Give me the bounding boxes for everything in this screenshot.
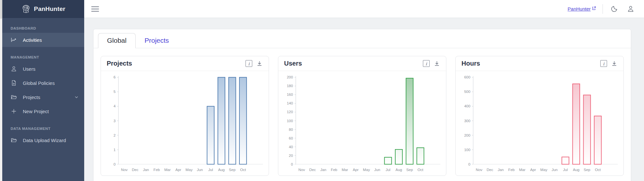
topbar-actions: PanHunter — [568, 4, 636, 14]
download-icon[interactable] — [434, 60, 440, 67]
moon-icon — [611, 5, 618, 13]
svg-text:Nov: Nov — [121, 168, 128, 172]
svg-text:Jun: Jun — [552, 168, 558, 172]
sidebar-item-activities[interactable]: Activities — [2, 33, 84, 47]
svg-text:Aug: Aug — [396, 168, 402, 172]
svg-text:80: 80 — [289, 128, 293, 131]
card-actions: i — [600, 60, 618, 67]
hours-bar-chart: 0100200300400500600NovDecJanFebMarAprMay… — [459, 73, 620, 176]
person-icon — [627, 5, 634, 13]
chart-area: 020406080100120140160180200NovDecJanFebM… — [278, 71, 446, 176]
svg-text:20: 20 — [289, 154, 293, 158]
sidebar-item-projects[interactable]: Projects — [2, 90, 84, 104]
svg-text:Jul: Jul — [208, 168, 213, 172]
svg-text:Sep: Sep — [584, 168, 590, 172]
card-actions: i — [246, 60, 263, 67]
hours-chart-card: Hours i 0100200300400500600NovDecJanFebM… — [455, 56, 624, 176]
folder-icon — [11, 94, 17, 100]
chart-area: 0123456NovDecJanFebMarAprMayJunJulAugSep… — [101, 71, 269, 176]
tab-projects[interactable]: Projects — [136, 33, 178, 48]
svg-text:300: 300 — [464, 119, 470, 123]
dashboard-panel: Global Projects Projects i — [93, 29, 631, 181]
svg-text:100: 100 — [287, 119, 293, 123]
card-title: Projects — [107, 60, 132, 67]
card-title: Hours — [461, 60, 480, 67]
info-icon[interactable]: i — [246, 60, 252, 67]
users-chart-card: Users i 020406080100120140160180200NovDe… — [278, 56, 446, 176]
svg-text:Jan: Jan — [143, 168, 149, 172]
account-button[interactable] — [626, 4, 636, 14]
svg-text:Apr: Apr — [530, 168, 536, 172]
svg-text:0: 0 — [291, 162, 293, 166]
svg-text:160: 160 — [287, 93, 293, 96]
svg-text:Aug: Aug — [573, 168, 580, 172]
svg-text:Jul: Jul — [386, 168, 390, 172]
svg-text:600: 600 — [464, 75, 470, 79]
sidebar-item-label: Activities — [23, 37, 42, 43]
svg-text:Dec: Dec — [132, 168, 139, 172]
svg-text:6: 6 — [113, 75, 115, 79]
svg-text:Oct: Oct — [417, 168, 424, 172]
tab-bar: Global Projects — [94, 29, 631, 48]
content-area: Global Projects Projects i — [84, 18, 644, 181]
svg-text:1: 1 — [113, 148, 115, 152]
panhunter-external-link[interactable]: PanHunter — [568, 6, 596, 12]
sidebar-section-management: MANAGEMENT — [11, 55, 84, 59]
svg-text:Mar: Mar — [519, 168, 525, 172]
page-scrollbar[interactable] — [0, 0, 2, 181]
main-area: PanHunter — [84, 0, 644, 181]
card-header: Hours i — [456, 56, 623, 71]
external-link-label: PanHunter — [568, 6, 591, 12]
app-root: PanHunter DASHBOARD Activities MANAGEMEN… — [0, 0, 644, 181]
download-icon[interactable] — [256, 60, 263, 67]
projects-chart-card: Projects i 0123456NovDecJanFebMarAprMayJ… — [101, 56, 269, 176]
svg-text:0: 0 — [113, 162, 115, 166]
tab-global[interactable]: Global — [98, 33, 136, 48]
sidebar-item-label: Users — [23, 66, 35, 72]
svg-text:4: 4 — [113, 104, 116, 108]
svg-text:Jan: Jan — [498, 168, 504, 172]
svg-text:Feb: Feb — [154, 168, 160, 172]
svg-text:Jul: Jul — [563, 168, 568, 172]
svg-text:Dec: Dec — [487, 168, 493, 172]
info-icon[interactable]: i — [423, 60, 430, 67]
svg-text:5: 5 — [113, 90, 115, 94]
dark-mode-toggle[interactable] — [609, 4, 619, 14]
sidebar-header: PanHunter — [2, 0, 84, 18]
users-bar-chart: 020406080100120140160180200NovDecJanFebM… — [282, 73, 443, 176]
svg-text:Jan: Jan — [320, 168, 326, 172]
svg-text:0: 0 — [468, 162, 470, 166]
sidebar-item-global-policies[interactable]: Global Policies — [2, 76, 84, 90]
activity-chart-icon — [11, 37, 17, 43]
sidebar-item-label: Data Upload Wizard — [23, 138, 66, 143]
svg-text:Apr: Apr — [175, 168, 181, 172]
sidebar-section-data-management: DATA MANAGEMENT — [11, 127, 84, 131]
svg-text:400: 400 — [464, 104, 470, 108]
sidebar-item-data-upload-wizard[interactable]: Data Upload Wizard — [2, 133, 84, 147]
svg-text:May: May — [540, 168, 547, 172]
svg-text:60: 60 — [289, 136, 293, 140]
svg-text:May: May — [185, 168, 192, 172]
topbar: PanHunter — [84, 0, 644, 18]
svg-text:180: 180 — [287, 84, 293, 88]
chart-cards-row: Projects i 0123456NovDecJanFebMarAprMayJ… — [94, 48, 631, 181]
svg-text:200: 200 — [464, 133, 470, 137]
download-icon[interactable] — [611, 60, 618, 67]
svg-text:2: 2 — [113, 133, 115, 137]
card-title: Users — [284, 60, 302, 67]
svg-text:120: 120 — [287, 110, 293, 114]
document-icon — [11, 80, 17, 86]
svg-text:Jun: Jun — [197, 168, 203, 172]
svg-text:Feb: Feb — [331, 168, 337, 172]
sidebar-item-label: New Project — [23, 109, 49, 114]
sidebar-section-dashboard: DASHBOARD — [11, 26, 84, 30]
sidebar-item-new-project[interactable]: New Project — [2, 104, 84, 118]
scrollbar-thumb[interactable] — [0, 0, 2, 19]
projects-bar-chart: 0123456NovDecJanFebMarAprMayJunJulAugSep… — [104, 73, 265, 176]
sidebar-item-users[interactable]: Users — [2, 62, 84, 76]
svg-text:200: 200 — [287, 75, 293, 79]
app-title: PanHunter — [34, 5, 66, 13]
info-icon[interactable]: i — [600, 60, 607, 67]
menu-hamburger-icon[interactable] — [91, 6, 99, 12]
svg-text:Nov: Nov — [476, 168, 483, 172]
